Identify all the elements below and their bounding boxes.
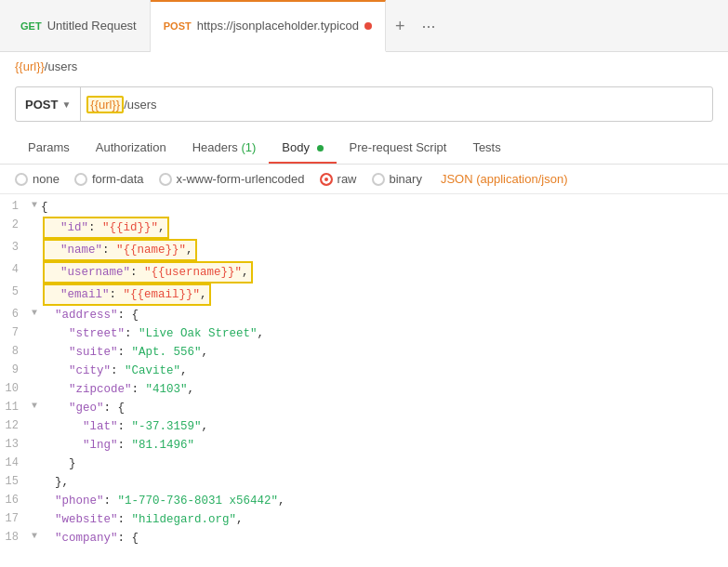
line-number: 13 (0, 436, 28, 454)
code-line-17: 17 "website": "hildegard.org", (0, 510, 728, 529)
tab-get[interactable]: GET Untitled Request (7, 0, 151, 52)
line-number: 3 (0, 239, 28, 257)
line-content: "phone": "1-770-736-8031 x56442", (41, 492, 728, 510)
option-none[interactable]: none (15, 172, 60, 186)
code-editor[interactable]: 1▼{2 "id": "{{id}}",3 "name": "{{name}}"… (0, 194, 728, 555)
radio-x-www (159, 173, 172, 186)
headers-badge: (1) (241, 140, 256, 154)
line-content: }, (41, 473, 728, 492)
tab-tests[interactable]: Tests (459, 133, 513, 164)
line-number: 16 (0, 492, 28, 509)
code-line-2: 2 "id": "{{id}}", (0, 217, 728, 239)
url-rest: /users (124, 98, 156, 112)
line-content: { (41, 198, 728, 217)
tab-authorization[interactable]: Authorization (83, 133, 179, 164)
json-type-label[interactable]: JSON (application/json) (441, 172, 568, 186)
radio-form-data (74, 173, 87, 186)
option-binary[interactable]: binary (372, 172, 422, 186)
tab-get-method: GET (20, 20, 42, 32)
tab-post-method: POST (164, 20, 192, 32)
method-value: POST (25, 98, 58, 112)
code-line-1: 1▼{ (0, 198, 728, 217)
url-path-part: /users (45, 59, 77, 73)
code-line-16: 16 "phone": "1-770-736-8031 x56442", (0, 492, 728, 510)
line-toggle[interactable]: ▼ (28, 198, 41, 213)
line-number: 4 (0, 261, 28, 279)
line-number: 18 (0, 529, 28, 547)
code-line-10: 10 "zipcode": "4103", (0, 380, 728, 399)
url-path-display: {{url}}/users (15, 59, 713, 73)
line-content: } (41, 455, 728, 473)
line-number: 7 (0, 324, 28, 342)
line-content: "lat": "-37.3159", (41, 417, 728, 436)
line-content: "id": "{{id}}", (46, 221, 165, 234)
line-toggle[interactable]: ▼ (28, 306, 41, 321)
option-raw[interactable]: raw (320, 172, 357, 186)
line-number: 9 (0, 362, 28, 379)
line-toggle[interactable]: ▼ (28, 399, 41, 414)
code-line-5: 5 "email": "{{email}}", (0, 284, 728, 306)
tab-bar: GET Untitled Request POST https://jsonpl… (0, 0, 728, 52)
radio-none (15, 173, 28, 186)
line-content: "company": { (41, 529, 728, 547)
tab-body[interactable]: Body (269, 133, 336, 164)
option-form-data[interactable]: form-data (74, 172, 144, 186)
line-number: 10 (0, 380, 28, 398)
line-number: 17 (0, 510, 28, 528)
option-x-www[interactable]: x-www-form-urlencoded (159, 172, 305, 186)
code-line-4: 4 "username": "{{username}}", (0, 261, 728, 284)
tab-post-label: https://jsonplaceholder.typicod (197, 19, 359, 33)
line-content: "email": "{{email}}", (46, 288, 207, 301)
highlighted-block: "email": "{{email}}", (43, 284, 211, 306)
request-bar: POST ▼ {{url}}/users (15, 86, 713, 122)
tab-params[interactable]: Params (15, 133, 83, 164)
code-line-7: 7 "street": "Live Oak Street", (0, 324, 728, 343)
line-toggle[interactable]: ▼ (28, 529, 41, 544)
code-line-6: 6▼ "address": { (0, 306, 728, 324)
code-line-18: 18▼ "company": { (0, 529, 728, 547)
code-line-13: 13 "lng": "81.1496" (0, 436, 728, 455)
method-selector[interactable]: POST ▼ (16, 87, 81, 121)
line-number: 8 (0, 343, 28, 361)
code-line-12: 12 "lat": "-37.3159", (0, 417, 728, 436)
line-content: "username": "{{username}}", (46, 266, 249, 279)
body-options: none form-data x-www-form-urlencoded raw… (0, 165, 728, 194)
line-content: "geo": { (41, 399, 728, 417)
radio-binary (372, 173, 385, 186)
line-content: "street": "Live Oak Street", (41, 324, 728, 343)
highlighted-block: "username": "{{username}}", (43, 261, 253, 284)
line-number: 11 (0, 399, 28, 416)
code-line-3: 3 "name": "{{name}}", (0, 239, 728, 261)
nav-tabs: Params Authorization Headers (1) Body Pr… (0, 133, 728, 165)
line-content: "lng": "81.1496" (41, 436, 728, 455)
code-line-8: 8 "suite": "Apt. 556", (0, 343, 728, 362)
url-var-part: {{url}} (15, 59, 45, 73)
line-content: "city": "Cavite", (41, 362, 728, 380)
line-number: 1 (0, 198, 28, 216)
tab-headers[interactable]: Headers (1) (179, 133, 270, 164)
code-line-15: 15 }, (0, 473, 728, 492)
code-line-14: 14 } (0, 455, 728, 473)
body-dot (317, 145, 324, 152)
url-section: {{url}}/users (0, 52, 728, 73)
line-number: 2 (0, 217, 28, 234)
tab-prerequest[interactable]: Pre-request Script (337, 133, 460, 164)
code-line-11: 11▼ "geo": { (0, 399, 728, 417)
tab-post[interactable]: POST https://jsonplaceholder.typicod (151, 0, 386, 52)
line-content: "zipcode": "4103", (41, 380, 728, 399)
line-content: "name": "{{name}}", (46, 244, 193, 257)
code-line-9: 9 "city": "Cavite", (0, 362, 728, 380)
highlighted-block: "id": "{{id}}", (43, 217, 169, 239)
line-number: 12 (0, 417, 28, 435)
tab-post-dot (364, 22, 372, 30)
request-bar-wrapper: POST ▼ {{url}}/users (0, 81, 728, 122)
line-number: 6 (0, 306, 28, 323)
url-var-highlight: {{url}} (86, 96, 124, 113)
radio-raw (320, 173, 333, 186)
url-input-area[interactable]: {{url}}/users (81, 96, 712, 113)
line-content: "suite": "Apt. 556", (41, 343, 728, 362)
add-tab-button[interactable]: + (390, 14, 411, 38)
line-content: "website": "hildegard.org", (41, 510, 728, 529)
more-tabs-button[interactable]: ··· (416, 14, 441, 38)
tab-actions: + ··· (390, 14, 442, 38)
